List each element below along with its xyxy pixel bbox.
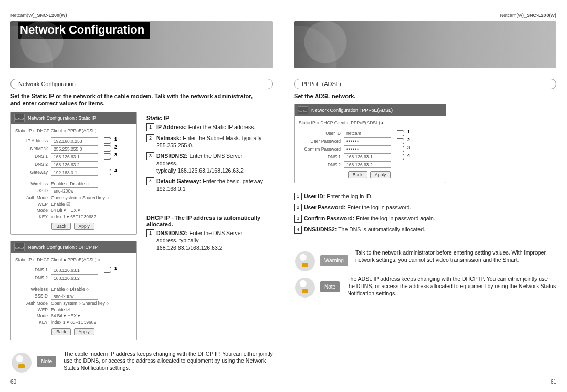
essid-field[interactable]: snc-l200w [51, 187, 98, 194]
static-ip-subhead: Static IP [146, 115, 273, 121]
note-text: The ADSL IP address keeps changing with … [347, 276, 556, 297]
wep-check[interactable]: Enable ☑ [51, 202, 70, 207]
page-title: Network Configuration [18, 22, 150, 39]
section-chip-pppoe: PPPoE (ADSL) [294, 79, 556, 89]
note-text: The cable modem IP address keeps changin… [64, 351, 273, 372]
note-tag: Note [320, 281, 340, 292]
owl-icon [295, 278, 315, 298]
warning-tag: Warning [320, 255, 348, 266]
page-left: Netcam(W)_SNC-L200(W) Network Configurat… [10, 10, 273, 382]
network-icon: ▭▭ [14, 243, 25, 251]
owl-icon [12, 353, 32, 373]
back-button[interactable]: Back [51, 223, 71, 230]
intro-text-right: Set the ADSL network. [294, 92, 546, 100]
panel-static-ip: ▭▭Network Configuration : Static IP Stat… [10, 112, 137, 235]
warning-text: Talk to the network administrator before… [355, 249, 556, 263]
note-block-right: Note The ADSL IP address keeps changing … [294, 276, 556, 298]
pppoe-defs: 1User ID: Enter the log-in ID. 2User Pas… [294, 193, 556, 237]
password-field[interactable]: •••••• [344, 137, 391, 144]
key-field[interactable]: index 1 ▾ 65F1C39682 [51, 214, 96, 219]
dhcp-defs: 1DNSI/DNS2: Enter the DNS Server address… [146, 229, 273, 252]
dns1-field[interactable]: 168.126.63.1 [51, 267, 98, 273]
apply-button[interactable]: Apply [74, 328, 94, 335]
model-header-left: Netcam(W)_SNC-L200(W) [10, 10, 273, 21]
dns2-field[interactable]: 168.126.63.2 [344, 161, 391, 168]
dhcp-subhead: DHCP IP –The IP address is automatically… [146, 215, 273, 227]
page-banner: Network Configuration [10, 21, 273, 68]
back-button[interactable]: Back [51, 328, 71, 335]
ip-field[interactable]: 192.168.0.253 [51, 137, 98, 144]
netmask-field[interactable]: 255.255.255.0 [51, 145, 98, 152]
wireless-radio[interactable]: Enable ○ Disable ○ [51, 181, 89, 186]
panel-pppoe: ▭▭Network Configuration : PPPoE(ADSL) St… [294, 104, 446, 183]
confirm-password-field[interactable]: •••••• [344, 145, 391, 152]
note-tag: Note [37, 356, 56, 367]
network-icon: ▭▭ [14, 114, 25, 122]
dns1-field[interactable]: 168.126.63.1 [344, 153, 391, 160]
mode-select[interactable]: 64 Bit ▾ HEX ▾ [51, 208, 80, 213]
owl-icon [295, 251, 315, 271]
section-chip-network: Network Configuration [10, 79, 273, 89]
apply-button[interactable]: Apply [370, 171, 391, 178]
back-button[interactable]: Back [348, 171, 368, 178]
note-block: Note The cable modem IP address keeps ch… [10, 351, 273, 373]
gateway-field[interactable]: 192.168.0.1 [51, 169, 98, 176]
panel-dhcp-ip: ▭▭Network Configuration : DHCP IP Static… [10, 241, 137, 340]
intro-text: Set the Static IP or the network of the … [10, 92, 262, 108]
dns2-field[interactable]: 168.126.63.2 [51, 274, 98, 281]
model-header-right: Netcam(W)_SNC-L200(W) [294, 10, 556, 21]
static-ip-defs: 1IP Address: Enter the Static IP address… [146, 123, 273, 193]
page-number: 60 [10, 379, 16, 385]
page-number: 61 [551, 379, 556, 385]
page-banner-right [294, 21, 556, 68]
network-icon: ▭▭ [298, 106, 308, 114]
warning-block: Warning Talk to the network administrato… [294, 249, 556, 271]
radio-row-dhcp[interactable]: Static IP ○ DHCP Client ● PPPoE(ADSL) ○ [15, 256, 132, 266]
dns1-field[interactable]: 168.126.63.1 [51, 153, 98, 160]
radio-row-static[interactable]: Static IP ○ DHCP Client ○ PPPoE(ADSL) [15, 127, 132, 136]
radio-row-pppoe[interactable]: Static IP ○ DHCP Client ○ PPPoE(ADSL) ● [299, 119, 442, 129]
auth-mode-radio[interactable]: Open system ○ Shared key ○ [51, 195, 109, 200]
userid-field[interactable]: netcam [344, 130, 391, 136]
apply-button[interactable]: Apply [74, 223, 94, 230]
dns2-field[interactable]: 168.126.63.2 [51, 161, 98, 168]
page-right: Netcam(W)_SNC-L200(W) PPPoE (ADSL) Set t… [294, 10, 556, 382]
